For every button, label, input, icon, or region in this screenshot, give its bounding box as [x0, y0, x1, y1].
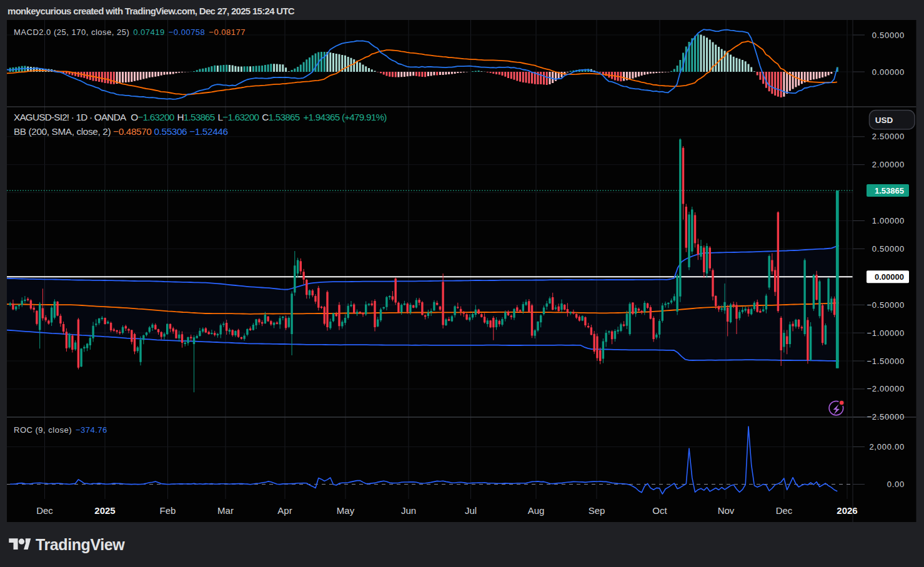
svg-text:XAGUSD-SI2! · 1D · OANDAO−1.63: XAGUSD-SI2! · 1D · OANDAO−1.63200H1.5386… [14, 112, 387, 122]
svg-text:2,000.00: 2,000.00 [869, 442, 905, 451]
svg-text:Dec: Dec [36, 505, 53, 516]
svg-text:0.50000: 0.50000 [872, 31, 905, 40]
svg-text:−2.50000: −2.50000 [867, 412, 905, 422]
svg-text:0.00: 0.00 [887, 480, 905, 489]
svg-text:TradingView: TradingView [36, 536, 125, 553]
svg-text:0.00000: 0.00000 [875, 272, 904, 282]
svg-text:Apr: Apr [277, 505, 292, 516]
svg-text:ROC (9, close)−374.76: ROC (9, close)−374.76 [14, 425, 107, 435]
svg-text:Dec: Dec [776, 505, 793, 516]
svg-text:May: May [337, 505, 355, 516]
svg-text:2026: 2026 [837, 505, 857, 516]
svg-text:BB (200, SMA, close, 2) −0.48: BB (200, SMA, close, 2) −0.48570 0.55306… [14, 126, 228, 137]
svg-text:0.00000: 0.00000 [872, 67, 905, 77]
svg-text:Sep: Sep [589, 505, 605, 516]
svg-text:Oct: Oct [652, 505, 667, 516]
svg-text:−0.50000: −0.50000 [867, 300, 905, 310]
svg-text:−1.50000: −1.50000 [867, 357, 905, 366]
svg-text:Mar: Mar [217, 505, 234, 516]
svg-text:2025: 2025 [94, 505, 115, 516]
svg-text:1.00000: 1.00000 [872, 216, 905, 225]
svg-text:Nov: Nov [718, 505, 735, 516]
svg-text:monkeycurious created with Tra: monkeycurious created with TradingView.c… [7, 6, 295, 16]
svg-text:−2.00000: −2.00000 [867, 384, 905, 393]
svg-text:Feb: Feb [160, 505, 176, 516]
svg-text:2.00000: 2.00000 [872, 160, 905, 169]
svg-text:Jun: Jun [401, 505, 416, 516]
svg-text:Aug: Aug [528, 505, 545, 516]
svg-text:0.50000: 0.50000 [872, 244, 905, 254]
svg-text:−1.00000: −1.00000 [867, 328, 905, 338]
svg-text:1.53865: 1.53865 [875, 186, 904, 195]
svg-text:Jul: Jul [465, 505, 477, 516]
svg-text:2.50000: 2.50000 [872, 132, 905, 141]
svg-text:USD: USD [875, 116, 893, 125]
